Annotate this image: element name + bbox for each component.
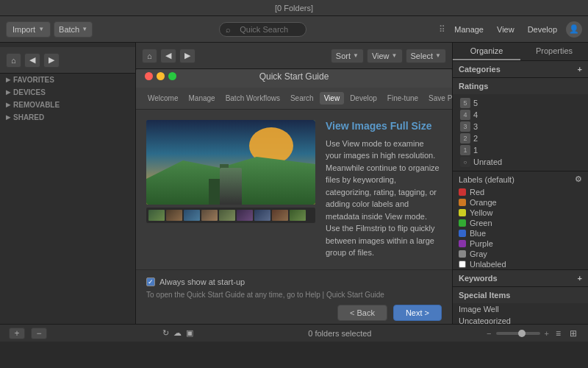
close-button[interactable] xyxy=(145,72,153,80)
label-yellow[interactable]: Yellow xyxy=(453,208,588,218)
qsg-main-image xyxy=(146,120,315,205)
rating-4-badge: 4 xyxy=(460,110,470,120)
special-image-well[interactable]: Image Well xyxy=(453,303,588,315)
label-green[interactable]: Green xyxy=(453,218,588,228)
qsg-nav-batch[interactable]: Batch Workflows xyxy=(221,92,284,105)
zoom-slider[interactable] xyxy=(496,332,540,335)
view-dropdown[interactable]: View ▼ xyxy=(367,49,403,63)
film-thumb-6[interactable] xyxy=(237,210,253,221)
remove-button[interactable]: − xyxy=(31,328,47,339)
label-unlabeled[interactable]: Unlabeled xyxy=(453,259,588,269)
film-thumb-3[interactable] xyxy=(184,210,200,221)
always-show-checkbox[interactable] xyxy=(146,277,155,286)
qsg-help-text: To open the Quick Start Guide at any tim… xyxy=(146,291,442,299)
cloud-icon[interactable]: ☁ xyxy=(173,328,182,338)
manage-button[interactable]: Manage xyxy=(450,24,488,35)
batch-label: Batch xyxy=(59,25,79,34)
list-view-button[interactable]: ≡ xyxy=(553,328,563,339)
qsg-nav-presets[interactable]: Save Presets xyxy=(424,92,452,105)
svg-rect-3 xyxy=(220,164,229,205)
labels-settings-icon[interactable]: ⚙ xyxy=(575,174,582,184)
qsg-nav-search[interactable]: Search xyxy=(286,92,318,105)
film-thumb-9[interactable] xyxy=(290,210,306,221)
add-folder-button[interactable]: + xyxy=(9,328,25,339)
rating-2[interactable]: 2 2 xyxy=(457,132,584,144)
sidebar-section-devices[interactable]: ▶ DEVICES xyxy=(0,86,135,99)
film-thumb-1[interactable] xyxy=(148,210,165,221)
search-icon: ⌕ xyxy=(226,25,231,34)
qsg-nav-finetune[interactable]: Fine-tune xyxy=(383,92,423,105)
tab-organize[interactable]: Organize xyxy=(453,43,520,60)
grid-view-button[interactable]: ⊞ xyxy=(567,328,579,339)
qsg-back-button[interactable]: < Back xyxy=(337,305,387,321)
rating-unrated[interactable]: ○ Unrated xyxy=(457,156,584,168)
qsg-nav-develop[interactable]: Develop xyxy=(345,92,381,105)
sidebar-section-removable[interactable]: ▶ REMOVABLE xyxy=(0,99,135,111)
gray-dot xyxy=(459,250,466,258)
batch-button[interactable]: Batch ▼ xyxy=(54,21,93,38)
develop-button[interactable]: Develop xyxy=(523,24,562,35)
rs-categories-header[interactable]: Categories + xyxy=(453,61,588,77)
qsg-nav-manage[interactable]: Manage xyxy=(184,92,220,105)
import-button[interactable]: Import ▼ xyxy=(6,21,51,38)
qsg-text-panel: View Images Full Size Use View mode to e… xyxy=(326,120,442,259)
minus-zoom-icon[interactable]: − xyxy=(487,329,491,338)
sidebar-section-shared[interactable]: ▶ SHARED xyxy=(0,111,135,124)
plus-zoom-icon[interactable]: + xyxy=(545,329,549,338)
film-thumb-5[interactable] xyxy=(219,210,235,221)
view-button[interactable]: View xyxy=(492,24,519,35)
label-gray[interactable]: Gray xyxy=(453,249,588,259)
select-caret: ▼ xyxy=(435,52,441,59)
rating-1[interactable]: 1 1 xyxy=(457,144,584,156)
rating-5-label: 5 xyxy=(473,99,478,107)
qsg-nav-welcome[interactable]: Welcome xyxy=(143,92,183,105)
label-red[interactable]: Red xyxy=(453,187,588,197)
qsg-next-button[interactable]: Next > xyxy=(393,305,442,321)
rating-4[interactable]: 4 4 xyxy=(457,109,584,121)
secondary-toolbar: ⌂ ◀ ▶ xyxy=(0,47,135,74)
film-thumb-8[interactable] xyxy=(272,210,288,221)
sort-dropdown[interactable]: Sort ▼ xyxy=(331,49,364,63)
tab-properties[interactable]: Properties xyxy=(520,43,588,60)
rs-special-header[interactable]: Special Items xyxy=(453,287,588,303)
content-back-btn[interactable]: ◀ xyxy=(160,49,176,63)
sync-icon[interactable]: ↻ xyxy=(162,328,169,338)
keywords-label: Keywords xyxy=(459,274,498,283)
label-purple[interactable]: Purple xyxy=(453,238,588,249)
right-sidebar-tabs: Organize Properties xyxy=(453,43,588,61)
special-uncategorized[interactable]: Uncategorized xyxy=(453,315,588,324)
label-orange[interactable]: Orange xyxy=(453,197,588,208)
rs-ratings-header[interactable]: Ratings xyxy=(453,78,588,94)
orange-dot xyxy=(459,199,466,206)
home-button[interactable]: ⌂ xyxy=(6,53,21,68)
minimize-button[interactable] xyxy=(157,72,165,80)
back-button[interactable]: ◀ xyxy=(24,53,40,68)
forward-button[interactable]: ▶ xyxy=(43,53,60,68)
status-right: − + ≡ ⊞ xyxy=(487,328,579,339)
film-thumb-7[interactable] xyxy=(254,210,270,221)
special-items-label: Special Items xyxy=(459,291,510,300)
maximize-button[interactable] xyxy=(168,72,176,80)
grid-view-icon[interactable]: ⠿ xyxy=(439,24,445,35)
monitor-icon[interactable]: ▣ xyxy=(186,328,193,338)
film-thumb-2[interactable] xyxy=(166,210,182,221)
rating-0-badge: ○ xyxy=(460,157,470,167)
rating-5[interactable]: 5 5 xyxy=(457,97,584,109)
label-blue[interactable]: Blue xyxy=(453,228,588,238)
sidebar-section-favorites[interactable]: ▶ FAVORITES xyxy=(0,74,135,86)
rs-keywords-header[interactable]: Keywords + xyxy=(453,270,588,286)
qsg-nav-view[interactable]: View xyxy=(320,92,345,105)
categories-add-icon[interactable]: + xyxy=(578,65,582,74)
rating-3[interactable]: 3 3 xyxy=(457,121,584,132)
content-home-btn[interactable]: ⌂ xyxy=(142,49,157,63)
content-forward-btn[interactable]: ▶ xyxy=(179,49,196,63)
search-input[interactable] xyxy=(234,22,300,37)
keywords-add-icon[interactable]: + xyxy=(578,274,582,283)
film-thumb-4[interactable] xyxy=(201,210,218,221)
removable-triangle: ▶ xyxy=(6,102,10,108)
svg-marker-5 xyxy=(223,168,233,205)
rating-4-label: 4 xyxy=(473,110,478,119)
select-dropdown[interactable]: Select ▼ xyxy=(406,49,447,63)
purple-dot xyxy=(459,240,466,247)
user-avatar[interactable]: 👤 xyxy=(566,21,582,38)
